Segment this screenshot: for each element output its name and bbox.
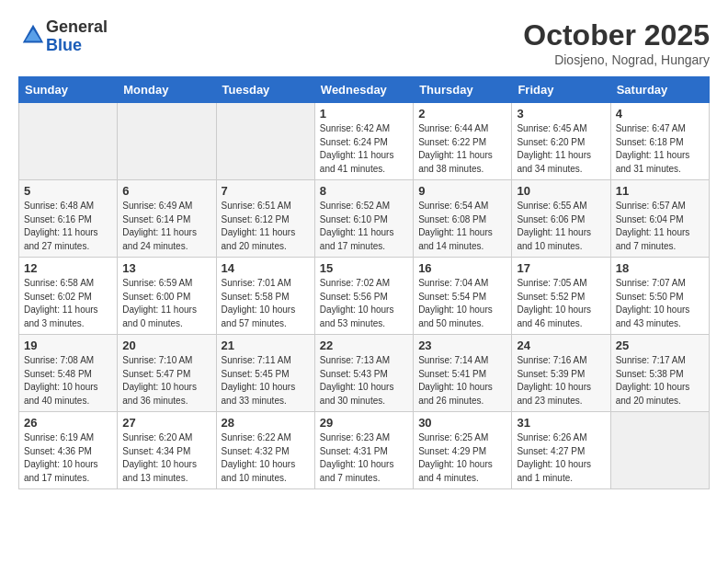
logo-general: General: [46, 17, 108, 36]
day-number: 4: [616, 107, 704, 121]
day-number: 9: [418, 184, 506, 198]
logo-blue-text: Blue: [46, 36, 82, 54]
day-info: Sunrise: 7:10 AM Sunset: 5:47 PM Dayligh…: [122, 354, 210, 408]
calendar-cell: 16Sunrise: 7:04 AM Sunset: 5:54 PM Dayli…: [414, 258, 512, 335]
day-info: Sunrise: 6:59 AM Sunset: 6:00 PM Dayligh…: [122, 277, 210, 330]
day-number: 30: [418, 416, 506, 430]
weekday-header-tuesday: Tuesday: [216, 77, 314, 103]
day-number: 13: [122, 261, 210, 275]
logo-text: General Blue: [46, 18, 108, 55]
day-info: Sunrise: 7:17 AM Sunset: 5:38 PM Dayligh…: [616, 354, 704, 408]
calendar-cell: 27Sunrise: 6:20 AM Sunset: 4:34 PM Dayli…: [118, 412, 216, 489]
day-info: Sunrise: 6:52 AM Sunset: 6:10 PM Dayligh…: [320, 200, 408, 253]
day-info: Sunrise: 6:23 AM Sunset: 4:31 PM Dayligh…: [320, 431, 408, 485]
weekday-header-sunday: Sunday: [19, 77, 118, 103]
day-number: 22: [320, 339, 408, 352]
calendar-cell: [19, 103, 118, 180]
day-info: Sunrise: 6:51 AM Sunset: 6:12 PM Dayligh…: [222, 200, 310, 253]
day-info: Sunrise: 6:42 AM Sunset: 6:24 PM Dayligh…: [320, 122, 408, 176]
calendar-cell: [118, 103, 216, 180]
day-info: Sunrise: 7:14 AM Sunset: 5:41 PM Dayligh…: [418, 354, 506, 408]
day-number: 16: [418, 261, 506, 275]
calendar-cell: 23Sunrise: 7:14 AM Sunset: 5:41 PM Dayli…: [414, 335, 512, 412]
day-number: 10: [517, 184, 605, 198]
day-info: Sunrise: 6:49 AM Sunset: 6:14 PM Dayligh…: [122, 200, 210, 253]
title-block: October 2025 Diosjeno, Nograd, Hungary: [523, 18, 710, 67]
day-number: 12: [24, 261, 112, 275]
week-row-4: 19Sunrise: 7:08 AM Sunset: 5:48 PM Dayli…: [19, 335, 710, 412]
day-info: Sunrise: 6:54 AM Sunset: 6:08 PM Dayligh…: [418, 200, 506, 253]
weekday-header-wednesday: Wednesday: [314, 77, 413, 103]
day-info: Sunrise: 7:05 AM Sunset: 5:52 PM Dayligh…: [517, 277, 605, 330]
calendar-cell: 30Sunrise: 6:25 AM Sunset: 4:29 PM Dayli…: [414, 412, 512, 489]
day-number: 31: [517, 416, 605, 430]
weekday-header-saturday: Saturday: [610, 77, 709, 103]
month-title: October 2025: [523, 18, 710, 52]
calendar-cell: 21Sunrise: 7:11 AM Sunset: 5:45 PM Dayli…: [216, 335, 314, 412]
day-info: Sunrise: 7:01 AM Sunset: 5:58 PM Dayligh…: [222, 277, 310, 330]
day-number: 8: [320, 184, 408, 198]
weekday-header-monday: Monday: [118, 77, 216, 103]
calendar-cell: 12Sunrise: 6:58 AM Sunset: 6:02 PM Dayli…: [19, 258, 118, 335]
day-info: Sunrise: 6:58 AM Sunset: 6:02 PM Dayligh…: [24, 277, 112, 330]
calendar-cell: 22Sunrise: 7:13 AM Sunset: 5:43 PM Dayli…: [314, 335, 413, 412]
week-row-5: 26Sunrise: 6:19 AM Sunset: 4:36 PM Dayli…: [19, 412, 710, 489]
calendar-cell: 20Sunrise: 7:10 AM Sunset: 5:47 PM Dayli…: [118, 335, 216, 412]
day-number: 24: [517, 339, 605, 352]
logo: General Blue: [18, 18, 108, 55]
day-number: 6: [122, 184, 210, 198]
calendar-cell: [216, 103, 314, 180]
week-row-1: 1Sunrise: 6:42 AM Sunset: 6:24 PM Daylig…: [19, 103, 710, 180]
calendar-cell: 28Sunrise: 6:22 AM Sunset: 4:32 PM Dayli…: [216, 412, 314, 489]
day-number: 1: [320, 107, 408, 121]
calendar-cell: 18Sunrise: 7:07 AM Sunset: 5:50 PM Dayli…: [610, 258, 709, 335]
calendar-cell: [610, 412, 709, 489]
day-info: Sunrise: 6:20 AM Sunset: 4:34 PM Dayligh…: [122, 431, 210, 485]
calendar-cell: 9Sunrise: 6:54 AM Sunset: 6:08 PM Daylig…: [414, 180, 512, 258]
day-number: 7: [222, 184, 310, 198]
location: Diosjeno, Nograd, Hungary: [523, 52, 710, 67]
day-number: 15: [320, 261, 408, 275]
day-info: Sunrise: 6:19 AM Sunset: 4:36 PM Dayligh…: [24, 431, 112, 485]
day-info: Sunrise: 6:26 AM Sunset: 4:27 PM Dayligh…: [517, 431, 605, 485]
day-info: Sunrise: 7:11 AM Sunset: 5:45 PM Dayligh…: [222, 354, 310, 408]
day-number: 3: [517, 107, 605, 121]
logo-icon: [20, 22, 46, 48]
calendar-cell: 1Sunrise: 6:42 AM Sunset: 6:24 PM Daylig…: [314, 103, 413, 180]
day-number: 2: [418, 107, 506, 121]
calendar-cell: 3Sunrise: 6:45 AM Sunset: 6:20 PM Daylig…: [512, 103, 610, 180]
week-row-2: 5Sunrise: 6:48 AM Sunset: 6:16 PM Daylig…: [19, 180, 710, 258]
day-number: 27: [122, 416, 210, 430]
weekday-header-row: SundayMondayTuesdayWednesdayThursdayFrid…: [19, 77, 710, 103]
calendar-cell: 17Sunrise: 7:05 AM Sunset: 5:52 PM Dayli…: [512, 258, 610, 335]
calendar-cell: 7Sunrise: 6:51 AM Sunset: 6:12 PM Daylig…: [216, 180, 314, 258]
calendar-cell: 5Sunrise: 6:48 AM Sunset: 6:16 PM Daylig…: [19, 180, 118, 258]
calendar-cell: 31Sunrise: 6:26 AM Sunset: 4:27 PM Dayli…: [512, 412, 610, 489]
calendar-cell: 25Sunrise: 7:17 AM Sunset: 5:38 PM Dayli…: [610, 335, 709, 412]
day-info: Sunrise: 6:57 AM Sunset: 6:04 PM Dayligh…: [616, 200, 704, 253]
calendar-cell: 14Sunrise: 7:01 AM Sunset: 5:58 PM Dayli…: [216, 258, 314, 335]
calendar-cell: 26Sunrise: 6:19 AM Sunset: 4:36 PM Dayli…: [19, 412, 118, 489]
day-number: 29: [320, 416, 408, 430]
day-info: Sunrise: 6:48 AM Sunset: 6:16 PM Dayligh…: [24, 200, 112, 253]
weekday-header-thursday: Thursday: [414, 77, 512, 103]
page-header: General Blue October 2025 Diosjeno, Nogr…: [18, 18, 710, 67]
day-number: 25: [616, 339, 704, 352]
day-number: 23: [418, 339, 506, 352]
calendar-cell: 11Sunrise: 6:57 AM Sunset: 6:04 PM Dayli…: [610, 180, 709, 258]
day-info: Sunrise: 7:13 AM Sunset: 5:43 PM Dayligh…: [320, 354, 408, 408]
calendar-cell: 19Sunrise: 7:08 AM Sunset: 5:48 PM Dayli…: [19, 335, 118, 412]
calendar-cell: 29Sunrise: 6:23 AM Sunset: 4:31 PM Dayli…: [314, 412, 413, 489]
calendar-cell: 15Sunrise: 7:02 AM Sunset: 5:56 PM Dayli…: [314, 258, 413, 335]
calendar-cell: 8Sunrise: 6:52 AM Sunset: 6:10 PM Daylig…: [314, 180, 413, 258]
calendar-table: SundayMondayTuesdayWednesdayThursdayFrid…: [18, 76, 710, 489]
day-number: 26: [24, 416, 112, 430]
calendar-cell: 24Sunrise: 7:16 AM Sunset: 5:39 PM Dayli…: [512, 335, 610, 412]
day-number: 19: [24, 339, 112, 352]
day-number: 21: [222, 339, 310, 352]
weekday-header-friday: Friday: [512, 77, 610, 103]
week-row-3: 12Sunrise: 6:58 AM Sunset: 6:02 PM Dayli…: [19, 258, 710, 335]
day-info: Sunrise: 6:22 AM Sunset: 4:32 PM Dayligh…: [222, 431, 310, 485]
day-info: Sunrise: 6:44 AM Sunset: 6:22 PM Dayligh…: [418, 122, 506, 176]
day-number: 17: [517, 261, 605, 275]
